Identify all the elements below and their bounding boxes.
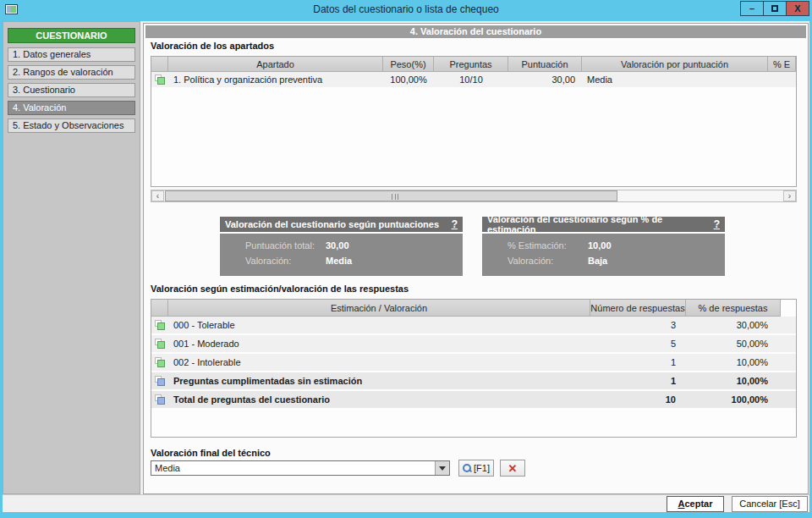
summary-estimacion-body: % Estimación: 10,00 Valoración: Baja: [482, 234, 725, 276]
valoracion-label: Valoración:: [245, 256, 326, 266]
scroll-right-button[interactable]: ›: [783, 190, 796, 201]
cell-apartado: 1. Política y organización preventiva: [168, 72, 383, 87]
help-link[interactable]: ?: [714, 218, 720, 230]
footer-bar: Aceptar Cancelar [Esc]: [3, 494, 809, 512]
table-row[interactable]: Total de preguntas del cuestionario 10 1…: [151, 391, 796, 408]
green-item-icon: [155, 339, 165, 349]
puntuacion-total-value: 30,00: [326, 240, 349, 251]
cell-label: Preguntas cumplimentadas sin estimación: [168, 372, 590, 389]
green-item-icon: [155, 74, 165, 85]
column-header-preguntas[interactable]: Preguntas: [434, 57, 508, 72]
estimacion-pct-label: % Estimación:: [508, 240, 588, 251]
cell-peso: 100,00%: [383, 72, 434, 87]
cell-num: 1: [590, 354, 686, 371]
scrollbar-thumb[interactable]: [165, 190, 617, 201]
column-header-valoracion[interactable]: Valoración por puntuación: [582, 57, 768, 72]
search-icon: [463, 464, 471, 472]
cell-num: 1: [590, 372, 686, 389]
cell-num: 3: [590, 317, 686, 333]
sidebar-item-valoracion[interactable]: 4. Valoración: [8, 101, 135, 115]
sidebar: CUESTIONARIO 1. Datos generales 2. Rango…: [3, 21, 140, 494]
table-row[interactable]: 000 - Tolerable 3 30,00%: [151, 317, 796, 333]
summary-puntuaciones-body: Puntuación total: 30,00 Valoración: Medi…: [220, 234, 463, 276]
column-header-apartado[interactable]: Apartado: [168, 57, 383, 72]
green-item-icon: [155, 357, 165, 367]
window-title: Datos del cuestionario o lista de cheque…: [0, 3, 812, 15]
column-header-icon[interactable]: [151, 300, 168, 317]
column-header-peso[interactable]: Peso(%): [383, 57, 434, 72]
sidebar-item-cuestionario[interactable]: 3. Cuestionario: [8, 83, 135, 97]
dialog-content: CUESTIONARIO 1. Datos generales 2. Rango…: [3, 21, 809, 512]
blue-item-icon: [155, 394, 165, 405]
table-row[interactable]: 002 - Intolerable 1 10,00%: [151, 354, 796, 371]
apartados-table: Apartado Peso(%) Preguntas Puntuación Va…: [151, 56, 797, 187]
summary-estimacion-panel: Valoración del cuestionario según % de e…: [482, 217, 725, 276]
help-link[interactable]: ?: [452, 218, 458, 230]
cell-estimacion: [768, 72, 796, 87]
cell-pct: 50,00%: [686, 335, 781, 352]
combobox-value: Media: [151, 463, 435, 473]
cell-pct: 100,00%: [686, 391, 781, 408]
clear-icon: ✕: [508, 462, 518, 475]
maximize-button[interactable]: [763, 1, 787, 16]
puntuacion-total-label: Puntuación total:: [245, 240, 326, 251]
cell-pct: 30,00%: [686, 317, 781, 333]
cell-pct: 10,00%: [686, 354, 781, 371]
column-header-puntuacion[interactable]: Puntuación: [508, 57, 582, 72]
green-item-icon: [155, 320, 165, 330]
valoracion-label: Valoración:: [508, 256, 588, 266]
horizontal-scrollbar[interactable]: ‹ ›: [151, 190, 797, 202]
column-header-numero-respuestas[interactable]: Número de respuestas: [590, 300, 686, 317]
respuestas-label: Valoración según estimación/valoración d…: [151, 284, 409, 294]
summary-puntuaciones-panel: Valoración del cuestionario según puntua…: [220, 217, 463, 276]
respuestas-table: Estimación / Valoración Número de respue…: [151, 299, 797, 438]
cell-label: 002 - Intolerable: [168, 354, 590, 371]
column-header-estimacion-valoracion[interactable]: Estimación / Valoración: [168, 300, 590, 317]
table-row[interactable]: 001 - Moderado 5 50,00%: [151, 335, 796, 352]
final-valoracion-combobox[interactable]: Media: [151, 460, 450, 476]
scrollbar-track[interactable]: [164, 190, 783, 201]
maximize-icon: [771, 5, 778, 12]
summary-puntuaciones-title: Valoración del cuestionario según puntua…: [225, 219, 439, 229]
dialog-window: Datos del cuestionario o lista de cheque…: [0, 0, 812, 518]
close-button[interactable]: X: [786, 1, 809, 16]
search-f1-button[interactable]: [F1]: [458, 460, 494, 477]
scrollbar-grip-icon: [392, 194, 398, 200]
scroll-left-button[interactable]: ‹: [151, 190, 164, 201]
f1-label: [F1]: [474, 463, 490, 473]
column-header-estimacion[interactable]: % E: [768, 57, 796, 72]
table-row[interactable]: Preguntas cumplimentadas sin estimación …: [151, 372, 796, 389]
estimacion-pct-value: 10,00: [588, 240, 612, 251]
column-header-icon[interactable]: [151, 57, 168, 72]
cell-label: Total de preguntas del cuestionario: [168, 391, 590, 408]
clear-button[interactable]: ✕: [500, 460, 525, 477]
cell-preguntas: 10/10: [434, 72, 508, 87]
accept-button[interactable]: Aceptar: [667, 496, 724, 512]
valoracion-value: Media: [326, 256, 352, 266]
chevron-down-icon: [439, 466, 446, 471]
blue-item-icon: [155, 376, 165, 386]
table-row[interactable]: 1. Política y organización preventiva 10…: [151, 72, 796, 89]
cell-label: 001 - Moderado: [168, 335, 590, 352]
summary-puntuaciones-header: Valoración del cuestionario según puntua…: [220, 217, 463, 232]
titlebar: Datos del cuestionario o lista de cheque…: [0, 0, 812, 21]
final-valoracion-label: Valoración final del técnico: [151, 448, 271, 458]
sidebar-item-datos-generales[interactable]: 1. Datos generales: [8, 47, 135, 62]
minimize-button[interactable]: –: [740, 1, 764, 16]
window-controls: – X: [741, 1, 809, 16]
sidebar-item-estado-observaciones[interactable]: 5. Estado y Observaciones: [8, 118, 135, 133]
column-header-pct-respuestas[interactable]: % de respuestas: [686, 300, 781, 317]
cancel-button[interactable]: Cancelar [Esc]: [732, 496, 808, 512]
summary-estimacion-header: Valoración del cuestionario según % de e…: [482, 217, 725, 232]
summary-estimacion-title: Valoración del cuestionario según % de e…: [487, 214, 714, 234]
combobox-dropdown-button[interactable]: [435, 461, 449, 475]
main-panel: 4. Valoración del cuestionario Valoració…: [143, 23, 809, 494]
sidebar-header: CUESTIONARIO: [8, 28, 135, 43]
apartados-label: Valoración de los apartados: [151, 41, 274, 51]
cell-label: 000 - Tolerable: [168, 317, 590, 333]
accept-rest: ceptar: [684, 499, 712, 509]
cell-puntuacion: 30,00: [508, 72, 582, 87]
sidebar-item-rangos-valoracion[interactable]: 2. Rangos de valoración: [8, 65, 135, 80]
cell-num: 10: [590, 391, 686, 408]
section-title: 4. Valoración del cuestionario: [145, 25, 806, 38]
